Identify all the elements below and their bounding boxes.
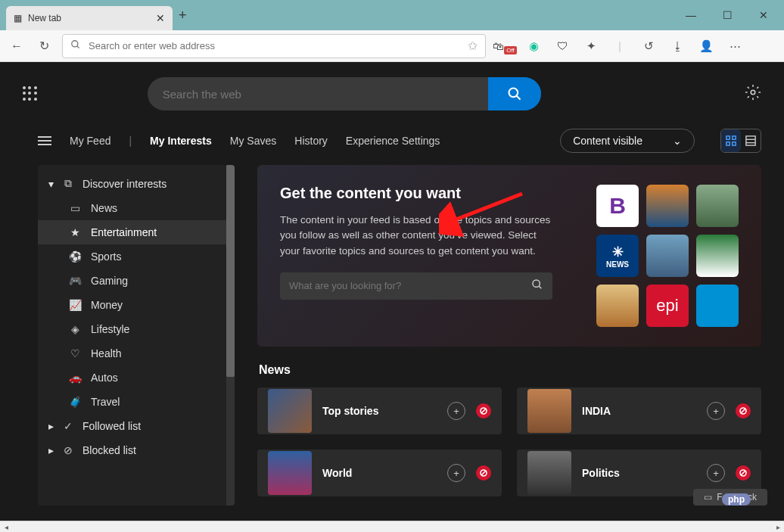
extensions-icon[interactable]: ✦ <box>581 36 601 56</box>
settings-icon[interactable] <box>745 84 761 104</box>
sidebar-item-autos[interactable]: 🚗Autos <box>38 366 235 390</box>
tile-source[interactable] <box>646 235 689 277</box>
address-input[interactable] <box>89 40 460 51</box>
tab-my-interests[interactable]: My Interests <box>150 135 212 147</box>
check-circle-icon: ✓ <box>61 420 75 432</box>
extension-shopping-icon[interactable]: 🛍Off <box>495 36 515 56</box>
profile-icon[interactable]: 👤 <box>696 36 716 56</box>
history-icon[interactable]: ↺ <box>639 36 658 56</box>
favorite-icon[interactable]: ✩ <box>468 39 478 53</box>
card-top-stories[interactable]: Top stories + <box>257 387 502 434</box>
block-button[interactable] <box>476 465 491 481</box>
card-world[interactable]: World + <box>257 450 502 496</box>
tile-source[interactable]: B <box>596 185 639 227</box>
dropdown-label: Content visible <box>573 135 642 147</box>
add-button[interactable]: + <box>707 402 725 420</box>
sidebar-item-sports[interactable]: ⚽Sports <box>38 244 235 269</box>
sidebar: ▾ ⧉ Discover interests ▭News ★Entertainm… <box>38 165 235 506</box>
scroll-left-button[interactable]: ◂ <box>0 521 12 532</box>
hero-search[interactable] <box>280 272 552 300</box>
search-icon[interactable] <box>531 278 543 294</box>
refresh-button[interactable]: ↻ <box>35 37 53 55</box>
block-button[interactable] <box>736 465 751 481</box>
tab-my-feed[interactable]: My Feed <box>70 135 110 147</box>
downloads-icon[interactable]: ⭳ <box>667 36 687 56</box>
add-button[interactable]: + <box>707 464 725 482</box>
list-view-button[interactable] <box>741 129 761 152</box>
sidebar-scrollbar[interactable] <box>226 165 235 506</box>
sidebar-item-entertainment[interactable]: ★Entertainment <box>38 220 235 244</box>
tile-source[interactable] <box>696 235 739 277</box>
tile-source[interactable] <box>596 285 639 327</box>
svg-point-4 <box>751 90 755 95</box>
sidebar-item-travel[interactable]: 🧳Travel <box>38 390 235 414</box>
content-visible-dropdown[interactable]: Content visible ⌄ <box>560 129 695 153</box>
hamburger-icon[interactable] <box>38 136 51 145</box>
back-button[interactable]: ← <box>8 37 26 55</box>
minimize-button[interactable]: — <box>684 9 698 21</box>
hero-search-input[interactable] <box>289 280 531 291</box>
hero-title: Get the content you want <box>280 185 581 202</box>
horizontal-scrollbar[interactable]: ◂ ▸ <box>0 521 784 532</box>
svg-line-1 <box>77 45 79 48</box>
svg-rect-6 <box>733 136 736 139</box>
sidebar-followed-list[interactable]: ▸ ✓ Followed list <box>38 414 235 438</box>
search-box[interactable] <box>148 77 541 110</box>
extension-grammarly-icon[interactable]: ◉ <box>524 36 543 56</box>
svg-rect-9 <box>746 136 755 145</box>
health-icon: ♡ <box>68 347 82 359</box>
grid-view-button[interactable] <box>721 129 741 152</box>
sidebar-item-lifestyle[interactable]: ◈Lifestyle <box>38 317 235 341</box>
sports-icon: ⚽ <box>68 250 82 263</box>
nav-tabs: My Feed | My Interests My Saves History … <box>0 121 784 165</box>
tab-history[interactable]: History <box>294 135 328 147</box>
svg-line-3 <box>516 96 520 100</box>
tile-source[interactable] <box>696 185 739 227</box>
sidebar-item-gaming[interactable]: 🎮Gaming <box>38 269 235 293</box>
section-title-news: News <box>259 363 761 377</box>
block-button[interactable] <box>476 403 491 418</box>
sidebar-discover-interests[interactable]: ▾ ⧉ Discover interests <box>38 171 235 196</box>
search-icon <box>70 39 81 53</box>
tile-source[interactable] <box>646 185 689 227</box>
hero-tiles: B ✳NEWS epi <box>596 185 739 327</box>
tile-source[interactable]: ✳NEWS <box>596 235 639 277</box>
svg-rect-8 <box>733 142 736 145</box>
maximize-button[interactable]: ☐ <box>720 9 734 21</box>
card-india[interactable]: INDIA + <box>517 387 761 434</box>
search-button[interactable] <box>488 77 541 110</box>
sidebar-item-money[interactable]: 📈Money <box>38 293 235 317</box>
divider: | <box>129 135 132 147</box>
feedback-icon: ▭ <box>704 492 712 502</box>
menu-icon[interactable]: ⋯ <box>725 36 745 56</box>
collapse-icon: ▾ <box>48 178 54 190</box>
card-thumbnail <box>527 451 571 495</box>
page-content: My Feed | My Interests My Saves History … <box>0 62 784 521</box>
close-tab-button[interactable]: ✕ <box>156 12 165 24</box>
hero-banner: Get the content you want The content in … <box>257 165 761 347</box>
search-input[interactable] <box>163 88 488 101</box>
extension-shield-icon[interactable]: 🛡 <box>552 36 572 56</box>
autos-icon: 🚗 <box>68 372 82 384</box>
sidebar-item-news[interactable]: ▭News <box>38 196 235 220</box>
tab-my-saves[interactable]: My Saves <box>230 135 276 147</box>
view-toggle <box>720 129 761 153</box>
travel-icon: 🧳 <box>68 396 82 408</box>
address-bar[interactable]: ✩ <box>62 34 486 58</box>
svg-line-21 <box>741 471 745 475</box>
tile-source[interactable] <box>696 285 739 327</box>
apps-launcher-icon[interactable] <box>23 86 38 101</box>
add-button[interactable]: + <box>447 464 465 482</box>
window-controls: — ☐ ✕ <box>684 9 778 21</box>
tile-source[interactable]: epi <box>646 285 689 327</box>
tab-title: New tab <box>28 13 61 23</box>
browser-tab[interactable]: ▦ New tab ✕ <box>6 6 173 30</box>
block-button[interactable] <box>736 403 751 418</box>
sidebar-blocked-list[interactable]: ▸ ⊘ Blocked list <box>38 438 235 462</box>
add-button[interactable]: + <box>447 402 465 420</box>
new-tab-button[interactable]: + <box>179 8 187 23</box>
scroll-right-button[interactable]: ▸ <box>772 521 784 532</box>
close-window-button[interactable]: ✕ <box>757 9 770 21</box>
sidebar-item-health[interactable]: ♡Health <box>38 341 235 366</box>
tab-experience-settings[interactable]: Experience Settings <box>346 135 440 147</box>
